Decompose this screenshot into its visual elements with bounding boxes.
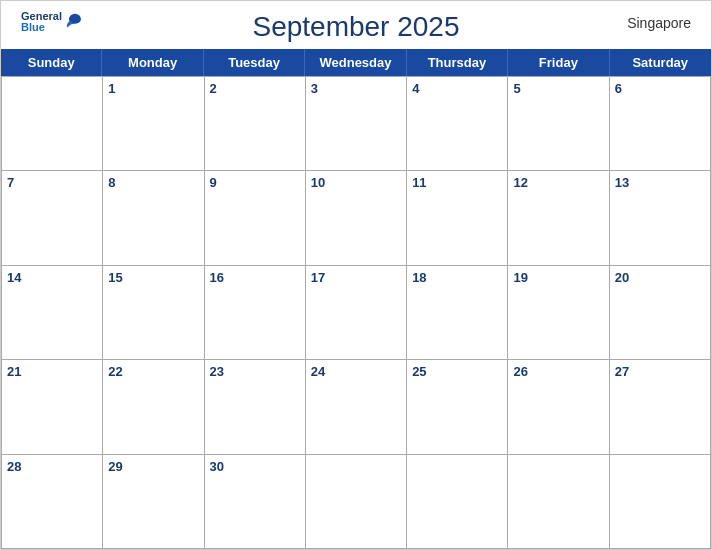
logo: General Blue xyxy=(21,11,86,33)
day-number-4: 4 xyxy=(412,81,419,96)
day-cell-26: 26 xyxy=(508,360,609,453)
day-number-11: 11 xyxy=(412,175,426,190)
country-label: Singapore xyxy=(627,15,691,31)
empty-cell-w4-d3 xyxy=(306,455,407,548)
day-number-13: 13 xyxy=(615,175,629,190)
day-number-22: 22 xyxy=(108,364,122,379)
day-number-17: 17 xyxy=(311,270,325,285)
day-cell-10: 10 xyxy=(306,171,407,264)
day-cell-24: 24 xyxy=(306,360,407,453)
day-cell-6: 6 xyxy=(610,77,711,170)
day-number-16: 16 xyxy=(210,270,224,285)
day-cell-7: 7 xyxy=(2,171,103,264)
day-cell-30: 30 xyxy=(205,455,306,548)
day-cell-22: 22 xyxy=(103,360,204,453)
logo-blue-text: Blue xyxy=(21,22,62,33)
day-cell-11: 11 xyxy=(407,171,508,264)
day-cell-21: 21 xyxy=(2,360,103,453)
calendar-week-1: 123456 xyxy=(2,77,711,171)
day-number-10: 10 xyxy=(311,175,325,190)
day-header-tuesday: Tuesday xyxy=(204,49,305,76)
day-cell-19: 19 xyxy=(508,266,609,359)
day-cell-9: 9 xyxy=(205,171,306,264)
day-cell-14: 14 xyxy=(2,266,103,359)
calendar-container: General Blue September 2025 Singapore Su… xyxy=(0,0,712,550)
day-cell-20: 20 xyxy=(610,266,711,359)
logo-bird-icon xyxy=(64,11,86,33)
day-number-29: 29 xyxy=(108,459,122,474)
empty-cell-w0-d0 xyxy=(2,77,103,170)
day-cell-25: 25 xyxy=(407,360,508,453)
day-number-8: 8 xyxy=(108,175,115,190)
day-cell-5: 5 xyxy=(508,77,609,170)
day-number-12: 12 xyxy=(513,175,527,190)
day-header-sunday: Sunday xyxy=(1,49,102,76)
day-cell-2: 2 xyxy=(205,77,306,170)
day-number-1: 1 xyxy=(108,81,115,96)
day-number-18: 18 xyxy=(412,270,426,285)
day-number-26: 26 xyxy=(513,364,527,379)
day-cell-15: 15 xyxy=(103,266,204,359)
day-number-5: 5 xyxy=(513,81,520,96)
day-cell-1: 1 xyxy=(103,77,204,170)
day-header-saturday: Saturday xyxy=(610,49,711,76)
day-number-7: 7 xyxy=(7,175,14,190)
day-number-19: 19 xyxy=(513,270,527,285)
calendar-week-3: 14151617181920 xyxy=(2,266,711,360)
day-number-15: 15 xyxy=(108,270,122,285)
day-cell-3: 3 xyxy=(306,77,407,170)
empty-cell-w4-d4 xyxy=(407,455,508,548)
day-number-6: 6 xyxy=(615,81,622,96)
day-headers-row: Sunday Monday Tuesday Wednesday Thursday… xyxy=(1,49,711,76)
day-number-9: 9 xyxy=(210,175,217,190)
day-number-23: 23 xyxy=(210,364,224,379)
calendar-week-5: 282930 xyxy=(2,455,711,549)
empty-cell-w4-d5 xyxy=(508,455,609,548)
calendar-week-2: 78910111213 xyxy=(2,171,711,265)
day-number-3: 3 xyxy=(311,81,318,96)
day-header-friday: Friday xyxy=(508,49,609,76)
day-number-21: 21 xyxy=(7,364,21,379)
day-cell-4: 4 xyxy=(407,77,508,170)
day-number-27: 27 xyxy=(615,364,629,379)
day-number-24: 24 xyxy=(311,364,325,379)
day-header-thursday: Thursday xyxy=(407,49,508,76)
calendar-header: General Blue September 2025 Singapore xyxy=(1,1,711,49)
day-cell-17: 17 xyxy=(306,266,407,359)
day-header-monday: Monday xyxy=(102,49,203,76)
day-number-14: 14 xyxy=(7,270,21,285)
day-cell-18: 18 xyxy=(407,266,508,359)
day-cell-23: 23 xyxy=(205,360,306,453)
day-number-28: 28 xyxy=(7,459,21,474)
day-number-2: 2 xyxy=(210,81,217,96)
day-cell-16: 16 xyxy=(205,266,306,359)
day-cell-28: 28 xyxy=(2,455,103,548)
day-cell-8: 8 xyxy=(103,171,204,264)
month-title: September 2025 xyxy=(252,11,459,43)
day-cell-12: 12 xyxy=(508,171,609,264)
day-number-25: 25 xyxy=(412,364,426,379)
empty-cell-w4-d6 xyxy=(610,455,711,548)
day-cell-29: 29 xyxy=(103,455,204,548)
day-header-wednesday: Wednesday xyxy=(305,49,406,76)
day-cell-27: 27 xyxy=(610,360,711,453)
day-number-20: 20 xyxy=(615,270,629,285)
calendar-grid: 1234567891011121314151617181920212223242… xyxy=(1,76,711,549)
calendar-week-4: 21222324252627 xyxy=(2,360,711,454)
day-cell-13: 13 xyxy=(610,171,711,264)
day-number-30: 30 xyxy=(210,459,224,474)
